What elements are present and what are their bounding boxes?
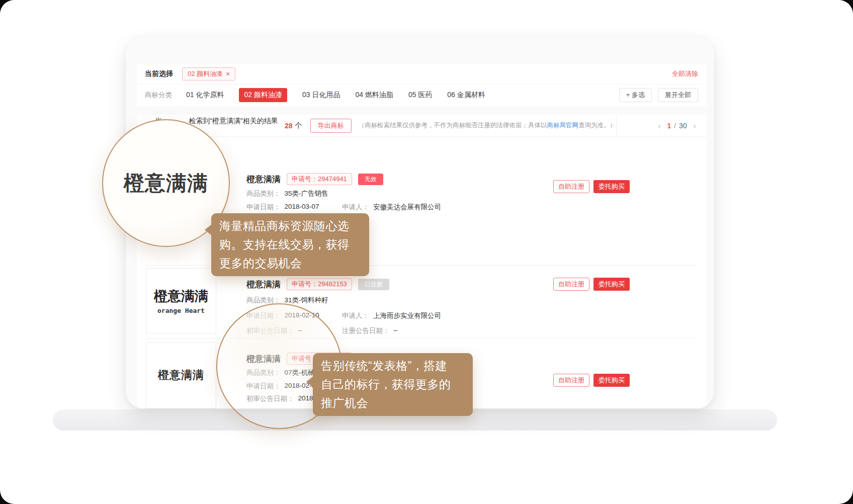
- trademark-image-subtext: orange Heart: [157, 307, 205, 314]
- magnified-trademark-text: 橙意满满: [124, 170, 208, 197]
- disclaimer-suffix: 查询为准。）: [578, 122, 616, 129]
- callout-bubble: 海量精品商标资源随心选 购。支持在线交易，获得 更多的交易机会: [211, 213, 369, 276]
- date-field-label: 申请日期：: [246, 203, 281, 212]
- application-number-tag: 申请号：29474941: [287, 173, 352, 185]
- self-register-button[interactable]: 自助注册: [553, 278, 589, 291]
- result-row-title: 橙意满满 申请号：29474941 无效: [246, 173, 383, 186]
- result-row-title: 橙意满满 申请号：29482153 已注册: [246, 278, 389, 291]
- callout-line: 海量精品商标资源随心选: [219, 217, 361, 235]
- category-item-03[interactable]: 03 日化用品: [302, 91, 340, 100]
- trademark-image-text: 橙意满满: [158, 368, 204, 383]
- expand-all-button[interactable]: 展开全部: [658, 88, 698, 102]
- filter-panel: 当前选择 02 颜料油漆 × 全部清除 商标分类 01 化学原料 02 颜料油漆…: [137, 64, 706, 106]
- current-page: 1: [667, 122, 671, 130]
- reg-notice-label: 注册公告日期：: [342, 326, 390, 335]
- category-item-01[interactable]: 01 化学原料: [186, 91, 224, 100]
- applicant-field-label: 申请人：: [342, 203, 369, 212]
- category-item-05[interactable]: 05 医药: [408, 91, 432, 100]
- category-item-02-active[interactable]: 02 颜料油漆: [239, 88, 287, 102]
- page-separator: /: [674, 122, 676, 130]
- callout-line: 购。支持在线交易，获得: [219, 235, 361, 254]
- entrust-buy-button[interactable]: 委托购买: [593, 374, 630, 387]
- status-badge: 已注册: [358, 279, 389, 290]
- selected-filter-tag-text: 02 颜料油漆: [188, 69, 223, 78]
- category-item-06[interactable]: 06 金属材料: [447, 91, 485, 100]
- trademark-image[interactable]: 橙意满满 orange Heart: [146, 268, 216, 333]
- category-field-label: 商品类别：: [246, 189, 281, 198]
- selected-filter-tag[interactable]: 02 颜料油漆 ×: [182, 67, 235, 80]
- trademark-name: 橙意满满: [246, 279, 281, 290]
- callout-line: 推广机会: [321, 394, 465, 412]
- results-header: 当前 检索到“橙意满满”相关的结果共 28 个 导出商标 （商标检索结果仅供参考…: [137, 115, 706, 137]
- category-item-04[interactable]: 04 燃料油脂: [355, 91, 393, 100]
- page-background: 当前选择 02 颜料油漆 × 全部清除 商标分类 01 化学原料 02 颜料油漆…: [0, 0, 853, 504]
- callout-line: 更多的交易机会: [219, 254, 361, 273]
- export-trademarks-button[interactable]: 导出商标: [310, 119, 352, 133]
- total-pages: 30: [679, 122, 687, 130]
- applicant-field-value: 安徽美达会展有限公司: [373, 203, 441, 212]
- callout-line: 自己的标行，获得更多的: [321, 375, 465, 394]
- callout-arrow-icon: [205, 224, 212, 235]
- disclaimer-text: （商标检索结果仅供参考，不作为商标能否注册的法律依据；具体以商标局官网查询为准。…: [359, 121, 617, 130]
- application-number-value: 29474941: [318, 175, 347, 183]
- self-register-button[interactable]: 自助注册: [553, 180, 589, 193]
- entrust-buy-button[interactable]: 委托购买: [593, 278, 630, 291]
- pagination: ‹ 1 / 30 ›: [616, 115, 702, 137]
- trademark-image-text: 橙意满满: [154, 287, 208, 305]
- current-selection-label: 当前选择: [145, 69, 173, 78]
- callout-bubble: 告别传统“发表格”，搭建 自己的标行，获得更多的 推广机会: [313, 353, 473, 416]
- prev-page-button[interactable]: ‹: [652, 120, 667, 131]
- applicant-field-value: 上海雨步实业有限公司: [373, 311, 441, 320]
- category-field-value: 31类-饲料种籽: [285, 296, 328, 305]
- header-divider: [616, 115, 617, 137]
- multi-select-button[interactable]: + 多选: [619, 88, 652, 102]
- category-label: 商标分类: [145, 91, 172, 100]
- date-field-value: 2018-03-07: [285, 203, 319, 212]
- status-badge: 无效: [358, 174, 383, 185]
- entrust-buy-button[interactable]: 委托购买: [593, 180, 630, 193]
- self-register-button[interactable]: 自助注册: [553, 374, 589, 387]
- next-page-button[interactable]: ›: [687, 120, 702, 131]
- callout-line: 告别传统“发表格”，搭建: [321, 357, 465, 375]
- applicant-field-label: 申请人：: [342, 311, 369, 320]
- application-number-tag: 申请号：29482153: [287, 278, 352, 290]
- disclaimer-prefix: （商标检索结果仅供参考，不作为商标能否注册的法律依据；具体以: [359, 122, 547, 129]
- application-number-value: 29482153: [318, 280, 347, 288]
- remove-filter-icon[interactable]: ×: [226, 70, 230, 78]
- application-number-label: 申请号：: [292, 175, 318, 183]
- trademark-name: 橙意满满: [246, 174, 281, 185]
- field-line: 申请日期：2018-03-07 申请人：安徽美达会展有限公司: [246, 203, 441, 212]
- callout-arrow-icon: [306, 376, 313, 387]
- clear-all-button[interactable]: 全部清除: [672, 69, 698, 78]
- reg-notice-value: –: [394, 326, 398, 335]
- category-row: 商标分类 01 化学原料 02 颜料油漆 03 日化用品 04 燃料油脂 05 …: [137, 85, 706, 106]
- field-line: 商品类别：35类-广告销售: [246, 189, 328, 198]
- trademark-image[interactable]: 橙意满满: [146, 342, 216, 408]
- current-selection-row: 当前选择 02 颜料油漆 × 全部清除: [137, 64, 706, 85]
- application-number-label: 申请号：: [292, 280, 318, 288]
- category-field-value: 35类-广告销售: [285, 189, 328, 198]
- result-count-unit: 个: [295, 121, 302, 130]
- trademark-office-link[interactable]: 商标局官网: [547, 122, 579, 129]
- result-count: 28: [285, 122, 293, 130]
